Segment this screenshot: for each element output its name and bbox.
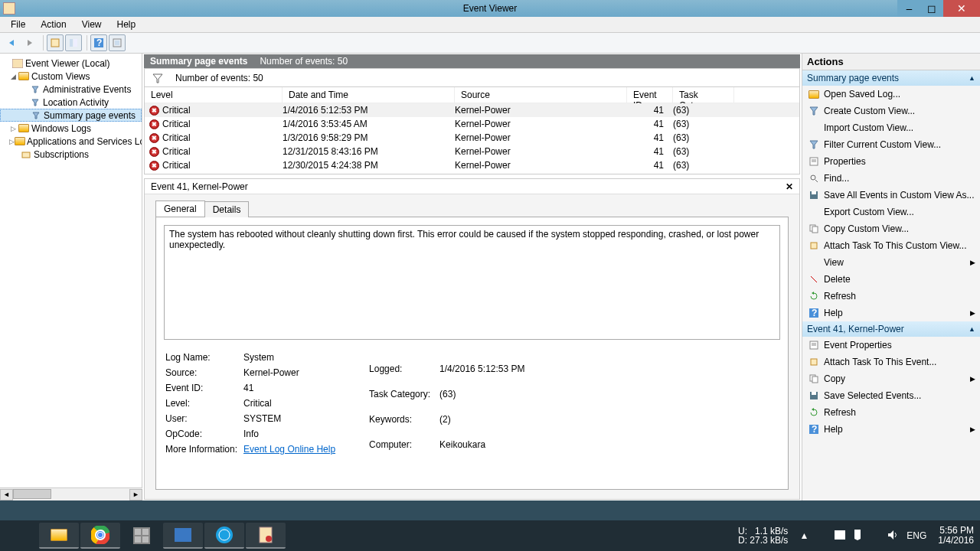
action-item[interactable]: Attach Task To This Custom View... xyxy=(802,237,980,254)
forward-button[interactable] xyxy=(21,34,38,51)
event-row[interactable]: ✖Critical1/3/2016 9:58:29 PMKernel-Power… xyxy=(145,131,799,145)
action-icon xyxy=(807,391,821,400)
svg-rect-15 xyxy=(812,191,816,194)
actions-group1-header[interactable]: Summary page events▲ xyxy=(802,70,980,86)
svg-text:?: ? xyxy=(96,38,102,47)
action-item[interactable]: Refresh xyxy=(802,404,980,421)
action-item[interactable]: Event Properties xyxy=(802,337,980,354)
event-row[interactable]: ✖Critical1/4/2016 3:53:45 AMKernel-Power… xyxy=(145,117,799,131)
tray-network-icon[interactable] xyxy=(870,530,880,542)
taskbar[interactable]: U: 1.1 kB/s D: 27.3 kB/s ▲ ENG 5:56 PM 1… xyxy=(0,520,980,551)
titlebar: Event Viewer ‒ ◻ ✕ xyxy=(0,0,980,17)
taskbar-app-1[interactable] xyxy=(122,523,162,549)
action-item[interactable]: Open Saved Log... xyxy=(802,86,980,103)
taskbar-eventviewer[interactable] xyxy=(246,523,286,549)
error-icon: ✖ xyxy=(149,119,159,129)
online-help-link[interactable]: Event Log Online Help xyxy=(243,444,335,455)
svg-point-43 xyxy=(98,533,103,537)
grid-header[interactable]: Level Date and Time Source Event ID Task… xyxy=(145,87,799,103)
action-item[interactable]: Refresh xyxy=(802,288,980,305)
svg-rect-6 xyxy=(115,41,119,45)
event-row[interactable]: ✖Critical12/30/2015 4:24:38 PMKernel-Pow… xyxy=(145,158,799,172)
taskbar-app-3[interactable] xyxy=(204,523,244,549)
action-item[interactable]: Find... xyxy=(802,170,980,187)
collapse-icon[interactable]: ▲ xyxy=(969,74,975,82)
tray-volume-icon[interactable] xyxy=(888,530,899,542)
tray-win-icon[interactable] xyxy=(816,530,827,543)
tab-details[interactable]: Details xyxy=(204,201,250,217)
maximize-button[interactable]: ◻ xyxy=(920,0,943,17)
toolbar-btn-1[interactable] xyxy=(47,34,64,51)
action-item[interactable]: ?Help▶ xyxy=(802,421,980,438)
action-item[interactable]: Copy Custom View... xyxy=(802,220,980,237)
center-pane: Summary page events Number of events: 50… xyxy=(142,54,802,500)
tree-apps-services-logs[interactable]: ▷Applications and Services Logs xyxy=(0,135,142,148)
col-datetime[interactable]: Date and Time xyxy=(283,87,455,103)
svg-line-19 xyxy=(811,276,817,282)
svg-rect-46 xyxy=(142,529,149,535)
event-row[interactable]: ✖Critical12/31/2015 8:43:16 PMKernel-Pow… xyxy=(145,145,799,158)
tree-subscriptions[interactable]: Subscriptions xyxy=(0,148,142,161)
taskbar-app-2[interactable] xyxy=(163,523,203,549)
menu-file[interactable]: File xyxy=(3,18,33,31)
menu-action[interactable]: Action xyxy=(33,18,74,31)
action-item[interactable]: View▶ xyxy=(802,254,980,271)
menu-help[interactable]: Help xyxy=(109,18,144,31)
help-button[interactable]: ? xyxy=(90,34,107,51)
toolbar-btn-2[interactable] xyxy=(65,34,82,51)
action-item[interactable]: ?Help▶ xyxy=(802,305,980,321)
action-item[interactable]: Create Custom View... xyxy=(802,103,980,119)
detail-title: Event 41, Kernel-Power xyxy=(151,181,248,192)
action-item[interactable]: Attach Task To This Event... xyxy=(802,354,980,370)
svg-text:?: ? xyxy=(812,425,817,434)
event-row[interactable]: ✖Critical1/4/2016 5:12:53 PMKernel-Power… xyxy=(145,103,799,117)
collapse-icon[interactable]: ▲ xyxy=(969,325,975,333)
action-item[interactable]: Import Custom View... xyxy=(802,119,980,136)
actions-pane: Actions Summary page events▲ Open Saved … xyxy=(802,54,980,500)
tab-general[interactable]: General xyxy=(155,201,205,217)
taskbar-explorer[interactable] xyxy=(39,523,79,549)
actions-group2-header[interactable]: Event 41, Kernel-Power▲ xyxy=(802,321,980,337)
col-source[interactable]: Source xyxy=(455,87,627,103)
detail-close-icon[interactable]: ✕ xyxy=(786,181,793,192)
svg-rect-2 xyxy=(74,39,77,47)
tray-warn-icon[interactable] xyxy=(835,530,845,543)
back-button[interactable] xyxy=(3,34,20,51)
tray-lang[interactable]: ENG xyxy=(906,530,926,541)
action-item[interactable]: Copy▶ xyxy=(802,370,980,387)
tree-admin-events[interactable]: Administrative Events xyxy=(0,83,142,96)
tree-root[interactable]: Event Viewer (Local) xyxy=(0,57,142,70)
tray-clock[interactable]: 5:56 PM 1/4/2016 xyxy=(938,526,974,546)
svg-rect-49 xyxy=(175,528,191,542)
tree-summary-page-events[interactable]: Summary page events xyxy=(0,109,142,122)
action-item[interactable]: Export Custom View... xyxy=(802,204,980,220)
action-item[interactable]: Filter Current Custom View... xyxy=(802,136,980,153)
tree-hscroll[interactable]: ◄► xyxy=(0,487,142,500)
minimize-button[interactable]: ‒ xyxy=(897,0,920,17)
tree-windows-logs[interactable]: ▷Windows Logs xyxy=(0,122,142,135)
tray-up-icon[interactable]: ▲ xyxy=(799,530,808,541)
col-eventid[interactable]: Event ID xyxy=(627,87,673,103)
action-item[interactable]: Delete xyxy=(802,271,980,288)
col-level[interactable]: Level xyxy=(145,87,283,103)
submenu-arrow-icon: ▶ xyxy=(970,375,975,383)
col-taskcat[interactable]: Task Category xyxy=(673,87,734,103)
grid-body[interactable]: ✖Critical1/4/2016 5:12:53 PMKernel-Power… xyxy=(145,103,799,173)
menu-view[interactable]: View xyxy=(74,18,109,31)
action-icon xyxy=(807,357,821,367)
taskbar-chrome[interactable] xyxy=(80,523,120,549)
action-item[interactable]: Save Selected Events... xyxy=(802,387,980,404)
action-item[interactable]: Properties xyxy=(802,153,980,170)
svg-point-12 xyxy=(811,175,815,180)
tray-action-center-icon[interactable] xyxy=(853,530,862,543)
start-button[interactable] xyxy=(0,520,38,551)
toolbar-btn-4[interactable] xyxy=(109,34,126,51)
tree-location-activity[interactable]: Location Activity xyxy=(0,96,142,109)
tree-custom-views[interactable]: ◢Custom Views xyxy=(0,70,142,83)
action-item[interactable]: Save All Events in Custom View As... xyxy=(802,187,980,204)
svg-rect-60 xyxy=(835,530,845,540)
system-tray[interactable]: U: 1.1 kB/s D: 27.3 kB/s ▲ ENG 5:56 PM 1… xyxy=(738,526,980,546)
navigation-tree[interactable]: Event Viewer (Local) ◢Custom Views Admin… xyxy=(0,54,142,487)
close-button[interactable]: ✕ xyxy=(943,0,980,17)
error-icon: ✖ xyxy=(149,133,159,143)
